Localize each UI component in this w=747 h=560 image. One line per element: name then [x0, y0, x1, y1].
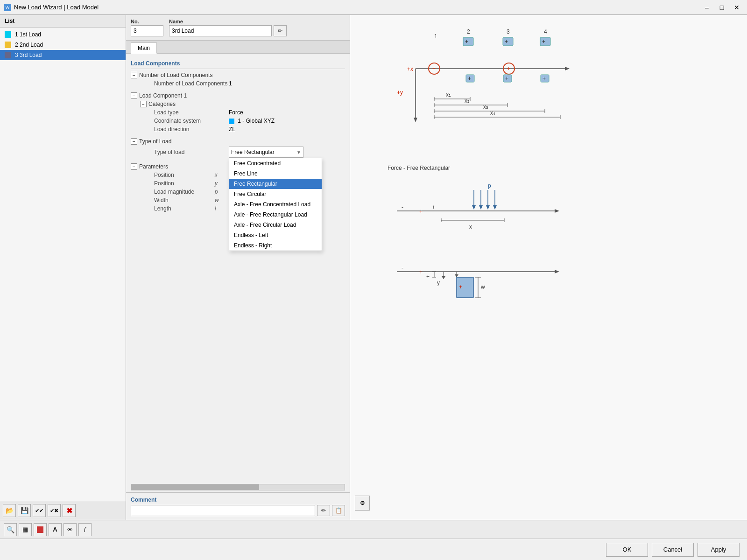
- table-tool-btn[interactable]: ▦: [19, 523, 32, 536]
- dropdown-item-axle-concentrated[interactable]: Axle - Free Concentrated Load: [229, 199, 322, 210]
- formula-icon: ƒ: [84, 526, 86, 533]
- x3-label: x₃: [483, 104, 488, 110]
- type-of-load-label: Type of Load: [139, 138, 171, 145]
- list-item-1st[interactable]: 1 1st Load: [0, 29, 126, 40]
- x4-label: x₄: [490, 110, 495, 116]
- left-panel: List 1 1st Load 2 2nd Load 3 3rd Load 📂 …: [0, 15, 126, 520]
- view-tool-btn[interactable]: 👁: [63, 523, 77, 536]
- save-btn[interactable]: 💾: [18, 504, 31, 517]
- plus-x-label: +x: [407, 66, 413, 72]
- cancel-button[interactable]: Cancel: [652, 543, 694, 557]
- top-diagram-svg: 1 2 3 4 + + + +x +y: [388, 24, 621, 155]
- ok-button[interactable]: OK: [606, 543, 648, 557]
- right-panel: 1 2 3 4 + + + +x +y: [350, 15, 747, 520]
- settings-icon-btn[interactable]: ⚙: [355, 496, 370, 511]
- type-of-load-collapse[interactable]: −: [131, 138, 137, 145]
- dropdown-arrow-icon: ▼: [296, 150, 301, 155]
- apply-button[interactable]: Apply: [698, 543, 740, 557]
- p-label: p: [488, 182, 491, 189]
- close-button[interactable]: ✕: [730, 2, 743, 13]
- coord-color-box: [229, 119, 234, 124]
- open-folder-btn[interactable]: 📂: [3, 504, 16, 517]
- comment-input[interactable]: [131, 505, 315, 516]
- down-arrow-1: [442, 276, 445, 279]
- type-of-load-select[interactable]: Free Rectangular ▼: [229, 147, 303, 158]
- comment-copy-btn[interactable]: 📋: [332, 505, 345, 516]
- dropdown-item-endless-left[interactable]: Endless - Left: [229, 230, 322, 240]
- table-icon: ▦: [22, 526, 28, 533]
- copy-icon: 📋: [335, 507, 342, 514]
- check-btn[interactable]: ✔✔: [33, 504, 46, 517]
- list-item-3-color: [5, 52, 11, 58]
- scrollbar-thumb[interactable]: [131, 484, 259, 490]
- horizontal-scrollbar[interactable]: [131, 484, 345, 490]
- text-format-icon: A: [53, 526, 57, 533]
- no-field-group: No.: [131, 19, 163, 36]
- maximize-button[interactable]: □: [715, 2, 728, 13]
- list-item-2-label: 2 2nd Load: [15, 42, 43, 48]
- list-item-2-color: [5, 42, 11, 48]
- check2-btn[interactable]: ✔✖: [48, 504, 61, 517]
- node-3-label: 3: [507, 28, 510, 35]
- node-4-label: 4: [544, 28, 547, 35]
- num-load-components-collapse[interactable]: −: [131, 72, 137, 78]
- load-component-1-collapse[interactable]: −: [131, 92, 137, 99]
- dropdown-item-free-rectangular[interactable]: Free Rectangular: [229, 179, 322, 189]
- eye-icon: 👁: [67, 526, 73, 533]
- num-load-components-label: Number of Load Components: [139, 72, 212, 78]
- dropdown-item-endless-right[interactable]: Endless - Right: [229, 240, 322, 251]
- plus-label-2: +: [426, 273, 430, 280]
- dropdown-item-free-concentrated[interactable]: Free Concentrated: [229, 158, 322, 168]
- name-input[interactable]: [169, 25, 272, 36]
- dropdown-item-axle-circular[interactable]: Axle - Free Circular Load: [229, 220, 322, 230]
- tabs-bar: Main: [126, 41, 350, 54]
- list-item-2nd[interactable]: 2 2nd Load: [0, 40, 126, 50]
- p-arrow-4-head: [493, 205, 497, 210]
- minimize-button[interactable]: –: [700, 2, 713, 13]
- param-width-label: Width: [154, 197, 215, 203]
- no-input[interactable]: [131, 25, 163, 36]
- search-tool-btn[interactable]: 🔍: [4, 523, 17, 536]
- edit-icon: ✏: [278, 28, 282, 34]
- name-edit-button[interactable]: ✏: [274, 25, 287, 36]
- svg-text:+: +: [505, 38, 508, 45]
- dropdown-item-free-circular[interactable]: Free Circular: [229, 189, 322, 199]
- param-load-magnitude-label: Load magnitude: [154, 189, 215, 195]
- dropdown-item-axle-rectangular[interactable]: Axle - Free Rectangular Load: [229, 210, 322, 220]
- param-l-var: l: [215, 205, 224, 212]
- tab-main[interactable]: Main: [131, 42, 157, 54]
- load-type-label: Load type: [154, 109, 229, 116]
- param-position-y-label: Position: [154, 180, 215, 187]
- coord-system-row: Coordinate system 1 - Global XYZ: [131, 117, 345, 125]
- param-position-x-label: Position: [154, 172, 215, 178]
- load-direction-value: ZL: [229, 126, 235, 133]
- comment-action-btn[interactable]: ✏: [317, 505, 330, 516]
- delete-icon: ✖: [66, 506, 72, 515]
- type-of-load-selected-value: Free Rectangular: [231, 149, 275, 155]
- dropdown-item-free-line[interactable]: Free Line: [229, 168, 322, 179]
- param-p-var: p: [215, 189, 224, 195]
- color-tool-btn[interactable]: [34, 523, 47, 536]
- comment-label: Comment: [131, 497, 345, 503]
- list-item-3rd[interactable]: 3 3rd Load: [0, 50, 126, 60]
- delete-btn[interactable]: ✖: [63, 504, 76, 517]
- p-arrow-3-head: [486, 205, 490, 210]
- title-bar: W New Load Wizard | Load Model – □ ✕: [0, 0, 747, 15]
- center-panel: No. Name ✏ Main: [126, 15, 350, 520]
- name-field-group: Name ✏: [169, 19, 287, 36]
- load-components-header: Load Components: [131, 58, 345, 69]
- y-label-diag: y: [437, 280, 440, 286]
- no-name-bar: No. Name ✏: [126, 15, 350, 41]
- parameters-collapse[interactable]: −: [131, 163, 137, 170]
- text-tool-btn[interactable]: A: [49, 523, 62, 536]
- w-label-diag: w: [480, 284, 485, 290]
- parameters-label: Parameters: [139, 163, 168, 170]
- num-load-components-value-row: Number of Load Components 1: [131, 79, 345, 88]
- tab-main-label: Main: [138, 45, 150, 51]
- node-2-label: 2: [467, 28, 470, 35]
- horiz-arrow-1: [555, 209, 559, 213]
- footer-bar: OK Cancel Apply: [0, 539, 747, 560]
- formula-tool-btn[interactable]: ƒ: [78, 523, 92, 536]
- window-controls: – □ ✕: [700, 2, 743, 13]
- categories-collapse[interactable]: −: [140, 101, 147, 107]
